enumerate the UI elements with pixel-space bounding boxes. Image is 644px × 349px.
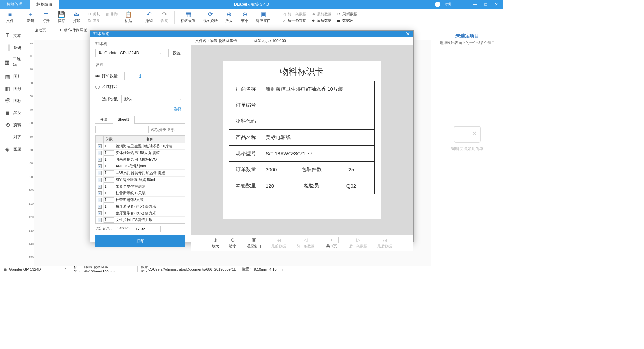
- print-confirm-button[interactable]: 打印: [95, 235, 185, 247]
- pf-prev[interactable]: ◁前一条数据: [296, 237, 315, 249]
- maximize-icon[interactable]: □: [482, 1, 489, 8]
- fit-window-button[interactable]: ▣适应窗口: [253, 10, 273, 24]
- tool-icon[interactable]: 标图标: [0, 95, 28, 107]
- tool-barcode[interactable]: ║║条码: [0, 42, 28, 54]
- zoom-out-button[interactable]: ⊖缩小: [238, 10, 251, 24]
- zoom-in-button[interactable]: ⊕放大: [222, 10, 236, 24]
- pf-first[interactable]: ⏮最前数据: [271, 237, 286, 249]
- save-button[interactable]: 💾保存: [55, 10, 68, 24]
- doc-tab-start[interactable]: 启动页: [28, 26, 53, 34]
- table-row[interactable]: ✓ANGUS润滑剂8ml: [96, 163, 185, 170]
- tool-invert[interactable]: ◼黑反: [0, 107, 28, 119]
- pf-last[interactable]: ⏭最后数据: [377, 237, 392, 249]
- message-icon[interactable]: ▭: [461, 1, 468, 8]
- table-row[interactable]: ✓USB男用器具专用加温棒 虞姬: [96, 170, 185, 177]
- view-rotate-button[interactable]: ⟳视图旋转: [200, 10, 220, 24]
- checkbox-icon[interactable]: ✓: [98, 171, 102, 175]
- cut-button[interactable]: ✂剪切: [86, 11, 102, 17]
- dialog-close-icon[interactable]: ✕: [406, 31, 410, 37]
- row-copies-input[interactable]: [104, 191, 114, 196]
- pf-zoom-in[interactable]: ⊕放大: [212, 237, 219, 249]
- delete-button[interactable]: 🗑删除: [104, 11, 120, 17]
- tool-text[interactable]: T文本: [0, 30, 28, 42]
- paste-button[interactable]: 📋粘贴: [122, 10, 135, 24]
- table-row[interactable]: ✓雅润海洁卫生湿巾红袖添香 10片装: [96, 143, 185, 150]
- page-input[interactable]: [325, 237, 339, 243]
- tool-layer[interactable]: ◈图层: [0, 143, 28, 155]
- copy-button[interactable]: ⧉复制: [86, 18, 102, 23]
- copies-select[interactable]: 默认 ⌄: [121, 95, 185, 103]
- printer-select[interactable]: 🖶Gprinter GP-1324D ⌄: [95, 49, 165, 57]
- undo-button[interactable]: ↶撤销: [142, 10, 156, 24]
- tab-variable[interactable]: 变量: [95, 115, 113, 123]
- checkbox-icon[interactable]: ✓: [98, 164, 102, 168]
- redo-button[interactable]: ↷恢复: [158, 10, 171, 24]
- func-label[interactable]: 功能: [444, 2, 452, 7]
- table-row[interactable]: ✓杜蕾斯螺纹12只装: [96, 190, 185, 197]
- radio-print-range[interactable]: 区域打印: [95, 84, 185, 90]
- label-settings-button[interactable]: ▦标签设置: [178, 10, 198, 24]
- user-avatar-icon[interactable]: [435, 2, 440, 7]
- checkbox-icon[interactable]: ✓: [98, 198, 102, 202]
- prev-record-button[interactable]: ◁前一条数据: [280, 11, 308, 17]
- tab-label-edit[interactable]: 标签编辑: [30, 0, 59, 9]
- checkbox-icon[interactable]: ✓: [98, 205, 102, 209]
- select-link[interactable]: 选择...: [95, 106, 185, 112]
- radio-print-qty[interactable]: 打印数量 − +: [95, 72, 185, 80]
- table-row[interactable]: ✓狼牙避孕套(冰火) 倍力乐: [96, 210, 185, 217]
- id-input[interactable]: [95, 126, 146, 133]
- refresh-button[interactable]: ⟳刷新数据: [335, 11, 359, 17]
- row-copies-input[interactable]: [104, 150, 114, 156]
- row-copies-input[interactable]: [104, 157, 114, 162]
- print-button[interactable]: 🖶打印: [70, 10, 84, 24]
- row-copies-input[interactable]: [104, 177, 114, 183]
- tab-sheet1[interactable]: Sheet1: [113, 116, 135, 124]
- doc-tab-1[interactable]: ↻ 服饰-休闲周抛: [53, 26, 94, 34]
- sel-rec-range-input[interactable]: [134, 226, 161, 232]
- qty-decr-button[interactable]: −: [124, 72, 132, 80]
- last-record-button[interactable]: ⏭最后数据: [310, 18, 333, 23]
- tab-label-mgmt[interactable]: 标签管理: [0, 0, 30, 9]
- table-row[interactable]: ✓时尚便携男用飞机杯EVO: [96, 156, 185, 163]
- tool-align[interactable]: ≡对齐: [0, 131, 28, 143]
- table-row[interactable]: ✓实体娃娃热巴158大胸 虞姬: [96, 150, 185, 156]
- qty-incr-button[interactable]: +: [148, 72, 156, 80]
- row-copies-input[interactable]: [104, 184, 114, 189]
- row-copies-input[interactable]: [104, 170, 114, 176]
- tool-rotate[interactable]: ⟲旋转: [0, 119, 28, 131]
- row-copies-input[interactable]: [104, 204, 114, 209]
- checkbox-icon[interactable]: ✓: [98, 144, 102, 148]
- minimize-icon[interactable]: —: [472, 1, 478, 8]
- row-copies-input[interactable]: [104, 164, 114, 169]
- printer-settings-button[interactable]: 设置: [168, 49, 185, 57]
- checkbox-icon[interactable]: ✓: [98, 185, 102, 189]
- checkbox-icon[interactable]: ✓: [98, 218, 102, 222]
- first-record-button[interactable]: ⏮最前数据: [310, 11, 333, 17]
- row-copies-input[interactable]: [104, 144, 114, 149]
- database-button[interactable]: ☰数据库: [335, 18, 359, 23]
- tool-shape[interactable]: ◧图形: [0, 83, 28, 95]
- checkbox-icon[interactable]: ✓: [98, 151, 102, 155]
- table-row[interactable]: ✓杜蕾斯超薄3只装: [96, 197, 185, 203]
- pf-fit[interactable]: ▣适应窗口: [247, 237, 261, 249]
- tool-image[interactable]: ▧图片: [0, 70, 28, 83]
- table-row[interactable]: ✓女性拉拉LES套倍力乐: [96, 217, 185, 223]
- tool-qrcode[interactable]: ▦二维码: [0, 54, 28, 70]
- next-record-button[interactable]: ▷后一条数据: [280, 18, 308, 23]
- pf-zoom-out[interactable]: ⊖缩小: [229, 237, 236, 249]
- qty-input[interactable]: [132, 72, 148, 80]
- status-printer[interactable]: 🖶Gprinter GP-1324D ⌃: [0, 266, 70, 272]
- open-button[interactable]: 🗀打开: [39, 10, 53, 24]
- checkbox-icon[interactable]: ✓: [98, 178, 102, 182]
- checkbox-icon[interactable]: ✓: [98, 211, 102, 215]
- table-row[interactable]: ✓狼牙避孕套(冰火) 倍力乐: [96, 203, 185, 210]
- row-copies-input[interactable]: [104, 197, 114, 203]
- pf-next[interactable]: ▷后一条数据: [349, 237, 367, 249]
- table-row[interactable]: ✓米奥早早孕检测笔: [96, 183, 185, 190]
- close-icon[interactable]: ✕: [493, 1, 500, 8]
- checkbox-icon[interactable]: ✓: [98, 158, 102, 162]
- table-row[interactable]: ✓SIYI润滑啫喱 丝翼 50ml: [96, 177, 185, 183]
- file-menu[interactable]: ≡文件: [3, 10, 17, 24]
- checkbox-icon[interactable]: ✓: [98, 191, 102, 195]
- row-copies-input[interactable]: [104, 217, 114, 223]
